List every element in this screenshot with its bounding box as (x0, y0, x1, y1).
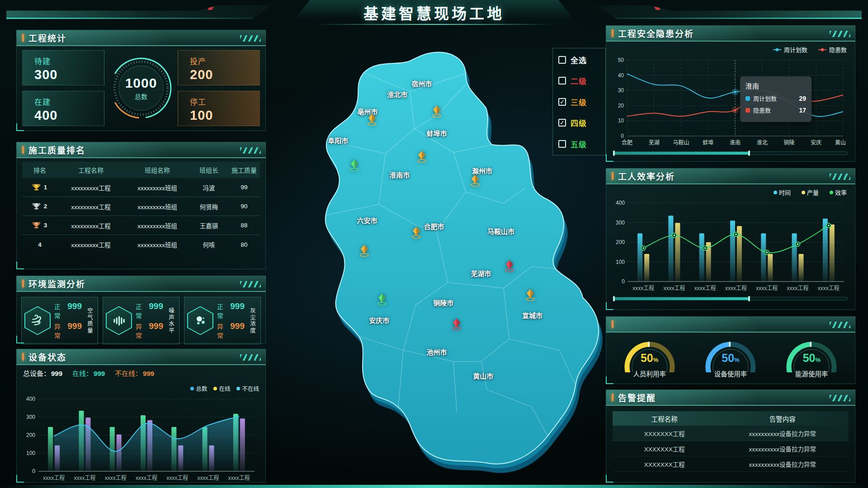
filter-option-level3[interactable]: ✓ 三级 (558, 95, 600, 108)
rank-number: 1 (44, 184, 47, 191)
filter-option-level4[interactable]: ✓ 四级 (558, 116, 600, 130)
env-card-dust: 正常999 异常999 灰尘浓度 (184, 297, 261, 344)
device-offline: 不在线：999 (115, 368, 154, 378)
panel-header (606, 316, 855, 333)
map-pin-icon[interactable] (416, 150, 428, 165)
leader-name: 冯波 (190, 183, 227, 192)
footer-accent (0, 485, 868, 488)
datazoom-slider[interactable] (613, 297, 848, 300)
legend-efficiency[interactable]: 效率 (830, 188, 847, 197)
svg-text:100: 100 (26, 450, 35, 456)
total-count: 1000 (125, 75, 157, 91)
alarm-project: XXXXXXX工程 (613, 429, 717, 438)
col-project: 工程名称 (57, 165, 124, 174)
legend-weekly-plan[interactable]: 周计划数 (773, 45, 807, 54)
abnormal-value: 999 (149, 321, 163, 331)
wind-icon (30, 313, 45, 328)
header-slashes-icon (240, 281, 261, 287)
stat-label: 投产 (190, 55, 259, 66)
map-pin-icon[interactable] (524, 289, 536, 303)
team-name: xxxxxxxxx班组 (124, 221, 190, 230)
table-row: 3 xxxxxxxxx工程 xxxxxxxxx班组 王嘉骐 88 (22, 216, 260, 235)
checkbox[interactable]: ✓ (558, 119, 566, 127)
header-accent (612, 320, 613, 328)
map-pin-icon[interactable] (359, 244, 370, 259)
svg-text:xxxx工程: xxxx工程 (136, 474, 157, 481)
safety-line-chart[interactable]: 01020304050合肥芜湖马鞍山蚌埠淮南淮北铜陵安庆黄山 淮南 周计划数 2… (611, 55, 850, 150)
svg-text:xxxx工程: xxxx工程 (694, 285, 716, 291)
map-pin-icon[interactable] (349, 159, 360, 174)
svg-text:淮南: 淮南 (730, 139, 741, 146)
svg-text:xxxx工程: xxxx工程 (228, 474, 250, 481)
panel-resource-usage: 50% 人员利用率 50% 设备使用率 50% 能源使用率 (606, 316, 855, 384)
alarm-project: XXXXXXX工程 (613, 460, 717, 469)
svg-text:0: 0 (621, 133, 624, 139)
page-header: 基建智慧现场工地 (289, 0, 579, 25)
leader-name: 何贤梅 (190, 202, 227, 211)
stat-tile-building: 在建 400 (22, 91, 104, 126)
svg-text:300: 300 (26, 414, 35, 420)
filter-label: 三级 (571, 96, 587, 108)
filter-option-level5[interactable]: ✓ 五级 (558, 137, 600, 150)
table-row: XXXXXXX工程 xxxxxxxxxx设备拉力异常 (613, 426, 849, 441)
legend-time[interactable]: 时间 (774, 188, 791, 197)
svg-text:xxxx工程: xxxx工程 (787, 285, 809, 291)
normal-value: 999 (67, 301, 82, 311)
city-label-宿州市: 宿州市 (411, 78, 432, 88)
city-label-芜湖市: 芜湖市 (471, 268, 491, 278)
header-slashes-icon (830, 31, 850, 37)
svg-text:100: 100 (616, 259, 625, 265)
checkbox[interactable]: ✓ (558, 140, 566, 148)
dust-icon (193, 313, 208, 328)
datazoom-slider[interactable] (613, 151, 848, 155)
legend-hazards[interactable]: 隐患数 (818, 45, 847, 54)
team-name: xxxxxxxxx班组 (124, 202, 190, 211)
city-label-阜阳市: 阜阳市 (328, 135, 348, 145)
panel-device-status: 设备状态 总设备：999 在线：999 不在线：999 总数 在线 不在线 01… (16, 349, 266, 483)
city-label-铜陵市: 铜陵市 (433, 298, 453, 307)
panel-title: 工程统计 (28, 32, 66, 44)
map-pin-icon[interactable] (376, 293, 388, 307)
map-pin-icon[interactable] (431, 105, 443, 119)
svg-text:40: 40 (618, 72, 624, 79)
filter-option-level2[interactable]: ✓ 二级 (558, 74, 600, 88)
col-rank: 排名 (22, 165, 57, 174)
efficiency-bar-chart[interactable]: 0100200300400xxxx工程xxxx工程xxxx工程xxxx工程xxx… (611, 197, 850, 295)
svg-text:铜陵: 铜陵 (783, 139, 794, 146)
filter-option-all[interactable]: ✓ 全选 (558, 53, 600, 66)
checkbox[interactable]: ✓ (558, 56, 566, 64)
normal-value: 999 (149, 301, 163, 311)
alarm-content: xxxxxxxxxx设备拉力异常 (717, 460, 849, 469)
leader-name: 王嘉骐 (190, 221, 227, 230)
map-pin-icon[interactable] (451, 318, 462, 333)
map-pin-icon[interactable] (410, 226, 422, 241)
abnormal-value: 999 (230, 321, 245, 331)
legend-total[interactable]: 总数 (190, 384, 207, 393)
trophy-bronze-icon (33, 221, 40, 229)
gauge-energy: 50% 能源使用率 (775, 334, 848, 378)
col-content: 告警内容 (717, 414, 849, 423)
team-name: xxxxxxxxx班组 (124, 240, 190, 249)
map-pin-icon[interactable] (469, 174, 481, 189)
team-name: xxxxxxxxx班组 (124, 183, 190, 192)
map-pin-icon[interactable] (366, 113, 378, 127)
checkbox[interactable]: ✓ (558, 77, 566, 84)
svg-text:xxxx工程: xxxx工程 (74, 474, 95, 481)
panel-title: 工人效率分析 (618, 170, 675, 182)
chart-legend: 时间 产量 效率 (606, 184, 855, 197)
abnormal-label: 异常 (217, 322, 227, 340)
panel-quality-ranking: 施工质量排名 排名 工程名称 班组名称 班组长 施工质量 1 xxxxxxxxx… (16, 142, 266, 269)
map-pin-icon[interactable] (504, 259, 515, 274)
normal-value: 999 (230, 301, 245, 311)
header-accent (22, 34, 24, 42)
legend-output[interactable]: 产量 (802, 188, 819, 197)
checkbox[interactable]: ✓ (558, 98, 566, 106)
device-bar-chart[interactable]: 0100200300400xxxx工程xxxx工程xxxx工程xxxx工程xxx… (21, 394, 261, 485)
header-accent (612, 172, 613, 180)
legend-offline[interactable]: 不在线 (236, 384, 259, 393)
header-slashes-icon (240, 354, 261, 361)
score: 88 (227, 222, 261, 229)
metric-name: 空气质量 (85, 308, 94, 334)
legend-online[interactable]: 在线 (213, 384, 230, 393)
alarm-content: xxxxxxxxxx设备拉力异常 (717, 444, 849, 453)
